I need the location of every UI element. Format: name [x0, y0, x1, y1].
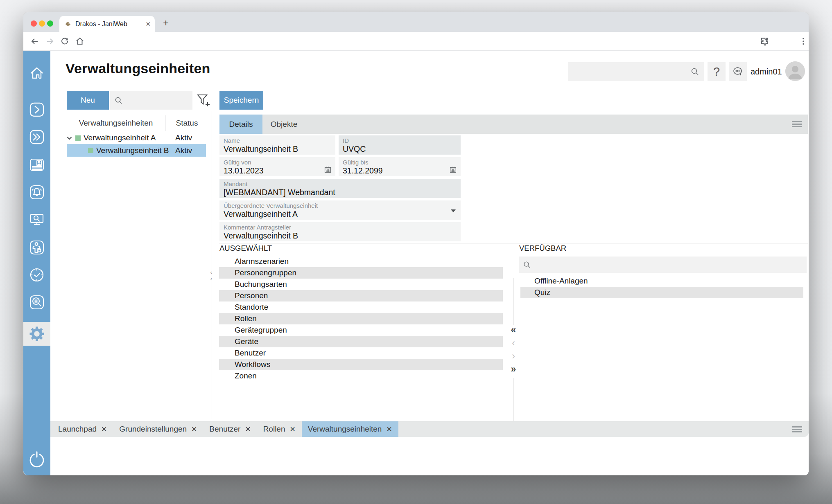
global-search-input[interactable] — [568, 62, 704, 81]
sidebar-settings-gear-icon — [29, 326, 45, 342]
macos-minimize-button[interactable] — [39, 20, 45, 27]
tab-close-icon[interactable]: ✕ — [386, 425, 392, 434]
list-item[interactable]: Workflows — [219, 359, 503, 370]
status-green-square — [75, 135, 81, 141]
field-id: ID UVQC — [339, 135, 461, 155]
sidebar-id-card-icon[interactable] — [29, 157, 45, 173]
feedback-chat-button[interactable] — [729, 62, 747, 81]
available-search-input[interactable] — [519, 256, 807, 273]
save-button[interactable]: Speichern — [219, 91, 263, 110]
browser-toolbar: drakos.janicloud.de/janiweb/outest.risc … — [23, 32, 809, 51]
browser-window: Drakos - JaniWeb ✕ + drakos.janicloud.de… — [23, 12, 809, 475]
tab-close-icon[interactable]: ✕ — [245, 425, 251, 434]
field-comment[interactable]: Kommentar Antragsteller Verwaltungseinhe… — [219, 222, 461, 241]
splitter-handle[interactable]: ‹› — [208, 269, 214, 283]
tab-title: Drakos - JaniWeb — [75, 20, 145, 28]
bottom-tab-rollen[interactable]: Rollen ✕ — [257, 421, 302, 437]
detail-tabstrip: Details Objekte — [219, 115, 808, 134]
sidebar-monitor-search-icon[interactable] — [29, 212, 45, 227]
username-label: admin01 — [751, 67, 782, 76]
field-mandant: Mandant [WEBMANDANT] Webmandant — [219, 179, 461, 198]
list-item[interactable]: Geräte — [219, 336, 503, 347]
list-item[interactable]: Standorte — [219, 302, 503, 313]
field-parent-unit[interactable]: Übergeordnete Verwaltungseinheit Verwalt… — [219, 200, 461, 220]
sidebar-clock-icon[interactable] — [29, 267, 45, 283]
list-item[interactable]: Personen — [219, 290, 503, 302]
tab-close-icon[interactable]: ✕ — [145, 20, 151, 28]
tab-close-icon[interactable]: ✕ — [191, 425, 197, 434]
back-icon[interactable] — [30, 36, 40, 46]
app-sidebar — [23, 51, 50, 475]
sidebar-chevron-box-icon[interactable] — [29, 102, 45, 117]
tree-row-status: Aktiv — [175, 146, 192, 155]
tree-row-label[interactable]: Verwaltungseinheit B — [96, 146, 169, 155]
open-modules-tabbar: Launchpad ✕ Grundeinstellungen ✕ Benutze… — [50, 421, 809, 437]
macos-close-button[interactable] — [31, 20, 37, 27]
available-list-title: VERFÜGBAR — [519, 244, 566, 253]
list-item[interactable]: Rollen — [219, 313, 503, 324]
transfer-right-button[interactable]: › — [507, 351, 520, 362]
tab-close-icon[interactable]: ✕ — [290, 425, 296, 434]
browser-tabstrip: Drakos - JaniWeb ✕ + — [23, 12, 809, 32]
browser-menu-kebab-icon[interactable] — [798, 36, 808, 46]
user-avatar[interactable] — [785, 61, 805, 81]
tabbar-menu-icon[interactable] — [792, 426, 802, 432]
bottom-tab-grundeinstellungen[interactable]: Grundeinstellungen ✕ — [113, 421, 203, 437]
transfer-divider-top — [513, 278, 513, 325]
forward-icon[interactable] — [45, 36, 55, 46]
help-button[interactable]: ? — [708, 62, 726, 81]
new-button[interactable]: Neu — [67, 91, 109, 110]
reload-icon[interactable] — [60, 36, 70, 46]
tree-row-status: Aktiv — [175, 133, 192, 142]
transfer-all-right-button[interactable]: » — [507, 364, 520, 375]
list-item[interactable]: Personengruppen — [219, 267, 503, 279]
tab-close-icon[interactable]: ✕ — [101, 425, 107, 434]
dropdown-caret-icon[interactable] — [451, 209, 456, 212]
tree-column-header-name[interactable]: Verwaltungseinheiten — [67, 115, 165, 131]
selected-list-title: AUSGEWÄHLT — [219, 244, 272, 253]
field-valid-from[interactable]: Gültig von 13.01.2023 — [219, 157, 335, 176]
tab-details[interactable]: Details — [219, 115, 262, 134]
tree-row-label[interactable]: Verwaltungseinheit A — [84, 133, 156, 142]
list-item[interactable]: Quiz — [520, 287, 803, 298]
tree-search-input[interactable] — [110, 91, 192, 110]
filter-add-icon[interactable] — [197, 93, 210, 108]
list-item[interactable]: Buchungsarten — [219, 279, 503, 290]
list-item[interactable]: Benutzer — [219, 347, 503, 359]
home-icon[interactable] — [75, 36, 85, 46]
page-title: Verwaltungseinheiten — [66, 61, 210, 76]
extensions-puzzle-icon[interactable] — [760, 36, 769, 46]
tabstrip-menu-icon[interactable] — [792, 121, 802, 127]
list-item[interactable]: Zonen — [219, 370, 503, 382]
field-name[interactable]: Name Verwaltungseinheit B — [219, 135, 335, 155]
tree-row[interactable]: Verwaltungseinheit A Aktiv — [67, 132, 206, 144]
tree-row-selected[interactable]: Verwaltungseinheit B Aktiv — [67, 144, 206, 157]
desktop-backdrop: Drakos - JaniWeb ✕ + drakos.janicloud.de… — [0, 0, 832, 504]
sidebar-notifications-bell-icon[interactable] — [29, 184, 45, 200]
section-divider — [219, 243, 808, 243]
list-item[interactable]: Offline-Anlagen — [520, 275, 803, 287]
sidebar-double-chevron-box-icon[interactable] — [29, 129, 45, 145]
macos-zoom-button[interactable] — [47, 20, 53, 27]
list-item[interactable]: Gerätegruppen — [219, 324, 503, 336]
sidebar-staff-person-icon[interactable] — [29, 240, 45, 255]
bottom-tab-launchpad[interactable]: Launchpad ✕ — [52, 421, 113, 437]
calendar-icon[interactable] — [449, 166, 457, 173]
tree-expand-chevron-icon[interactable] — [67, 136, 72, 140]
transfer-all-left-button[interactable]: « — [507, 325, 520, 335]
sidebar-settings-active-item[interactable] — [23, 322, 50, 346]
tree-column-header-status[interactable]: Status — [165, 115, 209, 131]
calendar-icon[interactable] — [324, 166, 332, 173]
panel-splitter[interactable] — [212, 111, 212, 419]
field-valid-to[interactable]: Gültig bis 31.12.2099 — [339, 157, 461, 176]
bottom-tab-benutzer[interactable]: Benutzer ✕ — [203, 421, 257, 437]
tab-objekte[interactable]: Objekte — [262, 115, 305, 134]
sidebar-power-icon[interactable] — [27, 450, 47, 470]
sidebar-home-icon[interactable] — [29, 65, 45, 81]
sidebar-audit-search-icon[interactable] — [29, 295, 45, 310]
new-tab-button[interactable]: + — [160, 17, 172, 29]
browser-tab[interactable]: Drakos - JaniWeb ✕ — [59, 16, 155, 32]
bottom-tab-verwaltungseinheiten[interactable]: Verwaltungseinheiten ✕ — [302, 421, 398, 437]
list-item[interactable]: Alarmszenarien — [219, 256, 503, 267]
transfer-left-button[interactable]: ‹ — [507, 338, 520, 349]
